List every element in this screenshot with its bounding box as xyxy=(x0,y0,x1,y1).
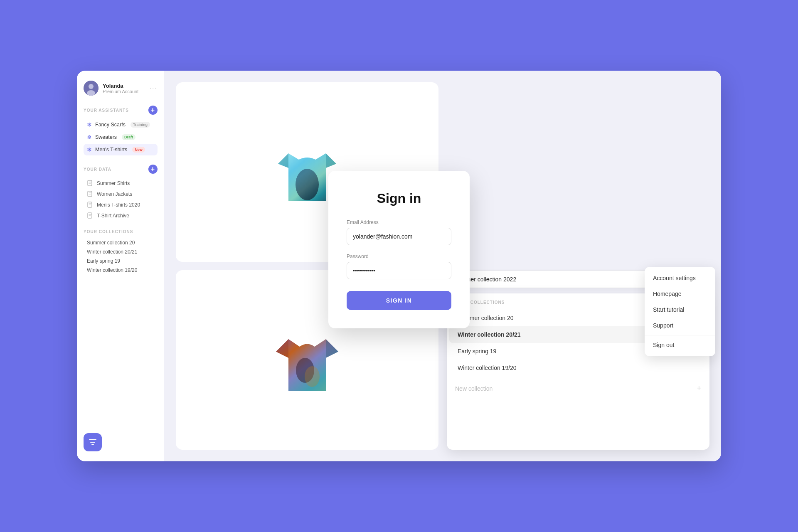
top-right-area xyxy=(447,82,709,262)
collection-item-summer-20[interactable]: Summer collection 20 xyxy=(84,238,158,247)
document-icon xyxy=(87,180,94,187)
context-menu-support[interactable]: Support xyxy=(645,318,715,333)
profile-info: Yolanda Premium Account xyxy=(103,83,145,94)
sidebar-item-fancy-scarfs[interactable]: ❄ Fancy Scarfs Training xyxy=(84,119,158,131)
tshirt-colorful-illustration xyxy=(266,318,349,401)
data-item-tshirt-archive[interactable]: T-Shirt Archive xyxy=(84,210,158,221)
context-menu-divider xyxy=(645,335,715,335)
svg-point-9 xyxy=(305,366,320,387)
signin-modal: Sign in Email Address Password SIGN IN xyxy=(328,171,470,328)
filter-icon xyxy=(89,439,96,445)
collections-section: YOUR COLLECTIONS Summer collection 20 Wi… xyxy=(84,229,158,275)
assistants-header: YOUR ASSISTANTS + xyxy=(84,106,158,115)
avatar xyxy=(84,81,99,96)
collection-item-early-spring[interactable]: Early spring 19 xyxy=(84,256,158,266)
sidebar-item-mens-tshirts[interactable]: ❄ Men's T-shirts New xyxy=(84,144,158,155)
context-menu-homepage[interactable]: Homepage xyxy=(645,286,715,302)
assistants-section: YOUR ASSISTANTS + ❄ Fancy Scarfs Trainin… xyxy=(84,106,158,156)
context-menu-account-settings[interactable]: Account settings xyxy=(645,270,715,286)
data-header: YOUR DATA + xyxy=(84,165,158,174)
dropdown-item-winter-1920[interactable]: Winter collection 19/20 xyxy=(449,360,707,376)
sidebar-item-sweaters[interactable]: ❄ Sweaters Draft xyxy=(84,131,158,143)
add-assistant-button[interactable]: + xyxy=(148,106,158,115)
email-label: Email Address xyxy=(347,219,451,225)
profile-menu-button[interactable]: ··· xyxy=(150,84,158,92)
sign-in-button[interactable]: SIGN IN xyxy=(347,291,451,310)
new-collection-row[interactable]: New collection + xyxy=(447,378,709,399)
document-icon xyxy=(87,212,94,219)
snowflake-icon: ❄ xyxy=(87,121,92,128)
profile-plan: Premium Account xyxy=(103,89,145,94)
new-badge: New xyxy=(132,147,145,153)
password-input[interactable] xyxy=(347,262,451,279)
training-badge: Training xyxy=(131,122,150,128)
password-label: Password xyxy=(347,254,451,259)
context-menu-sign-out[interactable]: Sign out xyxy=(645,337,715,353)
new-collection-label: New collection xyxy=(455,385,493,392)
snowflake-icon: ❄ xyxy=(87,146,92,153)
sidebar-profile: Yolanda Premium Account ··· xyxy=(84,81,158,96)
password-form-group: Password xyxy=(347,254,451,279)
profile-name: Yolanda xyxy=(103,83,145,89)
data-item-mens-tshirts-2020[interactable]: Men's T-shirts 2020 xyxy=(84,200,158,210)
new-collection-plus-icon: + xyxy=(697,384,701,393)
sidebar-footer xyxy=(84,426,158,451)
data-item-women-jackets[interactable]: Women Jackets xyxy=(84,189,158,200)
document-icon xyxy=(87,202,94,208)
context-menu-start-tutorial[interactable]: Start tutorial xyxy=(645,302,715,318)
add-data-button[interactable]: + xyxy=(148,165,158,174)
bottom-right-area: Summer collection 2022 + YOUR COLLECTION… xyxy=(447,270,709,450)
collection-item-winter-1920[interactable]: Winter collection 19/20 xyxy=(84,266,158,275)
svg-point-7 xyxy=(296,169,319,200)
collection-item-winter-2021[interactable]: Winter collection 20/21 xyxy=(84,247,158,256)
document-icon xyxy=(87,191,94,197)
email-input[interactable] xyxy=(347,228,451,245)
email-form-group: Email Address xyxy=(347,219,451,245)
draft-badge: Draft xyxy=(122,134,135,140)
filter-button[interactable] xyxy=(84,433,102,451)
context-menu: Account settings Homepage Start tutorial… xyxy=(645,267,715,356)
snowflake-icon: ❄ xyxy=(87,134,92,140)
data-item-summer-shirts[interactable]: Summer Shirts xyxy=(84,178,158,189)
collections-header: YOUR COLLECTIONS xyxy=(84,229,158,234)
sidebar: Yolanda Premium Account ··· YOUR ASSISTA… xyxy=(77,71,164,461)
data-section: YOUR DATA + Summer Shirts Women Jackets xyxy=(84,165,158,221)
signin-title: Sign in xyxy=(347,191,451,206)
svg-point-1 xyxy=(89,84,94,89)
